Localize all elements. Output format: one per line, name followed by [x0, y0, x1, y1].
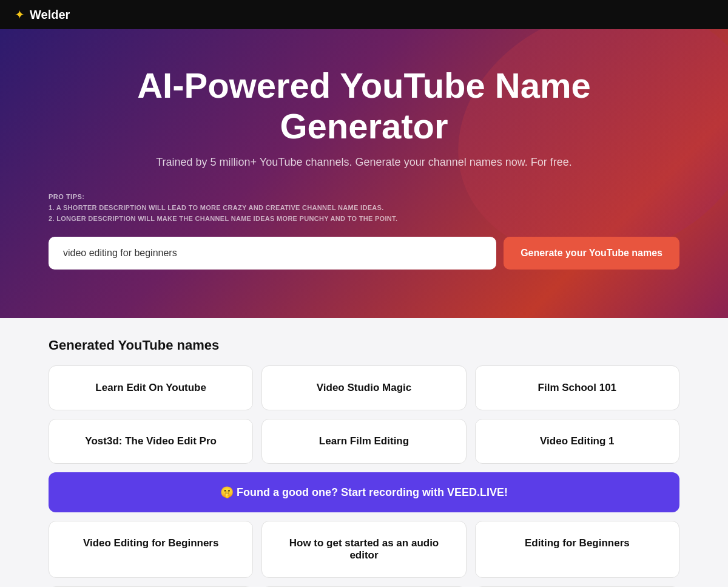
pro-tips: PRO TIPS: 1. A SHORTER DESCRIPTION WILL …	[49, 193, 679, 224]
hero-title: AI-Powered YouTube Name Generator	[49, 66, 679, 146]
logo-text: Welder	[30, 8, 70, 22]
name-card[interactable]: Video Editing for Beginners	[49, 521, 253, 578]
search-input[interactable]	[49, 237, 496, 270]
name-card[interactable]: Learn Edit On Youtube	[49, 365, 253, 410]
name-card[interactable]: Video Editing 1	[475, 419, 679, 464]
name-card[interactable]: How to get started as an audio editor	[261, 521, 466, 578]
generate-button[interactable]: Generate your YouTube names	[504, 237, 679, 270]
logo: ✦ Welder	[15, 7, 70, 22]
name-card[interactable]: Video Studio Magic	[261, 365, 466, 410]
header: ✦ Welder	[0, 0, 728, 29]
name-card[interactable]: Editing for Beginners	[475, 521, 679, 578]
search-row: Generate your YouTube names	[49, 237, 679, 270]
promo-banner[interactable]: 🤫 Found a good one? Start recording with…	[49, 472, 679, 512]
name-card[interactable]: Learn Film Editing	[261, 419, 466, 464]
names-grid: Learn Edit On YoutubeVideo Studio MagicF…	[49, 365, 679, 587]
name-card[interactable]: Film School 101	[475, 365, 679, 410]
logo-icon: ✦	[15, 7, 25, 22]
results-title: Generated YouTube names	[49, 338, 679, 353]
pro-tips-label: PRO TIPS:	[49, 193, 679, 200]
pro-tip-2: 2. LONGER DESCRIPTION WILL MAKE THE CHAN…	[49, 214, 679, 225]
hero-subtitle: Trained by 5 million+ YouTube channels. …	[49, 156, 679, 169]
results-section: Generated YouTube names Learn Edit On Yo…	[0, 318, 728, 587]
hero-section: AI-Powered YouTube Name Generator Traine…	[0, 29, 728, 318]
name-card[interactable]: Yost3d: The Video Edit Pro	[49, 419, 253, 464]
pro-tip-1: 1. A SHORTER DESCRIPTION WILL LEAD TO MO…	[49, 203, 679, 214]
